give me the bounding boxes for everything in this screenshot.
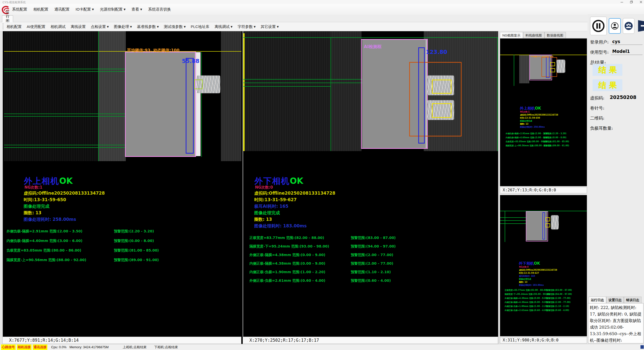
sidebar-tab[interactable]: 料线曲线图	[523, 32, 544, 39]
ng-thumbnail-lower[interactable]: 外下相机OK NG次数:0 虚拟码:Offline202502081331347…	[500, 195, 587, 336]
menu-bar: 系统配置相机配置通讯配置IO卡配置 ▾光源控制配置 ▾查看 ▾系统语言切换	[0, 4, 644, 15]
log-tab[interactable]: 运行日志	[589, 297, 606, 303]
menu-item[interactable]: 系统配置	[12, 7, 27, 12]
measurement-row: 外侧正极-负极=2.61mm 范围:(0.60 - 4.00) 预警范围:(0.…	[505, 309, 550, 313]
mini2-metal	[551, 215, 559, 229]
right-ai-box-label: AI检测框	[364, 44, 381, 50]
field-label: 卷针号:	[590, 105, 604, 111]
camera-info-line: 虚拟码:Offline20250208133134728	[24, 190, 105, 196]
measurement-warn: 预警范围:(83.00 - 87.00)	[351, 236, 396, 240]
camera-info-line: 图像处理耗时: 183.00ms	[254, 223, 335, 229]
toolbar-item[interactable]: 相机配置	[7, 24, 22, 29]
mini1-green-vline	[514, 55, 514, 86]
toolbar-item[interactable]: 基准线参数 ▾	[137, 24, 159, 29]
sidebar-tab[interactable]: 数据曲线图	[544, 32, 566, 39]
toolbar-item[interactable]: 离线调试 ▾	[214, 24, 233, 29]
measurement-warn: 预警范围:(81.00 - 85.00)	[114, 248, 159, 253]
toolbar-item[interactable]: 相机调试	[50, 24, 66, 29]
right-green-hline	[243, 86, 331, 87]
tab-run-image[interactable]: 运行图像	[2, 15, 13, 22]
user-button[interactable]	[609, 18, 621, 34]
mini1-ng-count: NG次数:1	[520, 111, 530, 113]
result-boxes: 结 果结 果	[588, 64, 644, 95]
measurement-warn: 预警范围:(94.00 - 97.00)	[351, 244, 396, 249]
menu-item[interactable]: 通讯配置	[54, 7, 70, 12]
exit-button[interactable]	[637, 18, 644, 34]
measurement-text: 正极宽度=83.77mm 范围:(82.00 - 88.00)	[505, 289, 547, 291]
measurement-warn: 预警范围:(0.00 - 8.00)	[543, 136, 566, 139]
measurement-text: 外侧正极-隔膜=4.38mm 范围:(0.00 - 9.00)	[505, 297, 548, 299]
log-tab[interactable]: 设置日志	[606, 297, 624, 303]
ng-thumbnail-upper[interactable]: 平均阈值:93, 动态阈值:100 外上相机OK NG次数:1 虚拟码:Offl…	[500, 38, 587, 186]
toolbar-grip-icon[interactable]	[3, 23, 4, 30]
toolbar-item[interactable]: AI使用配置	[27, 24, 45, 29]
right-measure-box-blue	[418, 47, 425, 144]
menu-item[interactable]: 相机配置	[33, 7, 48, 12]
mini2-camera-name: 外下相机	[519, 261, 534, 266]
menu-item[interactable]: 系统语言切换	[148, 7, 171, 12]
mini2-green-hline	[500, 217, 526, 218]
right-tab-box-yellow-2	[432, 103, 452, 118]
pause-icon	[592, 19, 605, 33]
mini1-info: 虚拟码:Offline20250208133134728时间:13-31-59-…	[520, 114, 558, 129]
measurement-warn: 预警范围:(2.00 - 77.00)	[351, 253, 393, 257]
status-bar: 心跳信号相机连接通讯连接 Cpu: 0.0% Memory: 3424.4179…	[0, 344, 644, 350]
measurement-warn: 预警范围:(2.20 - 3.20)	[543, 132, 566, 135]
left-green-hline	[4, 116, 126, 117]
measurement-text: 内侧负极-隔膜=4.60mm 范围:(3.00 - 6.00)	[506, 136, 549, 139]
measurement-text: 外侧正极-负极=2.61mm 范围:(0.60 - 4.00)	[505, 309, 548, 311]
field-value: 20250208	[610, 94, 636, 100]
toolbar-item[interactable]: 离线设置	[71, 24, 86, 29]
measurement-row: 外侧正极-隔膜=4.38mm 范围:(0.00 - 9.00) 预警范围:(2.…	[249, 253, 329, 261]
left-baseline-yellow	[4, 51, 241, 52]
measurement-row: 正极宽度=83.77mm 范围:(82.00 - 88.00) 预警范围:(83…	[249, 236, 329, 244]
camera-info-line: 虚拟码:Offline20250208133134728	[520, 114, 558, 117]
left-photo-band-gray	[99, 31, 126, 161]
log-tab[interactable]: 错误日志	[624, 297, 641, 303]
measurement-warn: 预警范围:(2.00 - 77.00)	[351, 261, 393, 266]
menu-item[interactable]: 查看 ▾	[132, 7, 142, 12]
menu-item[interactable]: 光源控制配置 ▾	[100, 7, 126, 12]
right-measurements: 正极宽度=83.77mm 范围:(82.00 - 88.00) 预警范围:(83…	[249, 236, 329, 287]
camera-info-line: 时间:13-31-59-650	[520, 117, 558, 120]
measurement-row: 内侧正极-负极=1.90mm 范围:(1.00 - 2.20) 预警范围:(1.…	[505, 305, 550, 309]
menu-item[interactable]: IO卡配置 ▾	[76, 7, 94, 12]
users-button[interactable]	[623, 18, 634, 34]
measurement-text: 外侧正极-隔膜=4.38mm 范围:(0.00 - 9.00)	[249, 253, 325, 257]
right-measure-value: 123.80	[426, 49, 447, 55]
view-tab-row	[0, 15, 588, 22]
right-camera-view[interactable]: AI检测框 123.80 外下相机OK NG次数:0 虚拟码:Offline20…	[243, 31, 498, 337]
mini2-title: 外下相机OK	[519, 261, 540, 266]
sidebar-tab[interactable]: NG截图显示	[500, 32, 523, 39]
log-area[interactable]: 耗时: 222, 缺陷检测耗时: 17, 缺陷分类耗时: 0, 缺陷提取分区耗时…	[588, 303, 643, 343]
thumb1-coordinate-bar: X:267;Y:13;R:0;G:0;B:0	[500, 187, 587, 193]
pause-button[interactable]	[590, 17, 607, 35]
measurement-warn: 预警范围:(83.00 - 87.00)	[546, 289, 572, 292]
minimize-icon[interactable]	[620, 1, 623, 4]
mini2-ng-count: NG次数:0	[519, 266, 529, 268]
measurement-warn: 预警范围:(0.00 - 8.00)	[114, 239, 154, 243]
right-photo-band-left	[243, 31, 331, 151]
mini1-camera-name: 外上相机	[520, 106, 535, 111]
login-user-value: cys	[612, 39, 620, 44]
measurement-row: 外侧负极-隔膜=2.91mm 范围:(2.00 - 3.50) 预警范围:(2.…	[7, 229, 86, 239]
camera-info-line: 图像处理完成	[520, 120, 558, 123]
toolbar-item[interactable]: 字符参数 ▾	[238, 24, 256, 29]
toolbar-item[interactable]: 图像处理 ▾	[114, 24, 132, 29]
left-detect-box-pink	[125, 52, 196, 157]
toolbar-item[interactable]: 测试项参数 ▾	[164, 24, 186, 29]
close-icon[interactable]	[639, 1, 642, 4]
right-green-topline	[243, 37, 498, 38]
camera-info-line: 虚拟码:Offline20250208133134728	[519, 269, 557, 272]
field-label: 二维码:	[590, 115, 604, 121]
measurement-row: 外侧正极-负极=2.61mm 范围:(0.60 - 4.00) 预警范围:(0.…	[249, 278, 329, 287]
toolbar-item[interactable]: 其它设置 ▾	[261, 24, 279, 29]
left-camera-view[interactable]: 平均阈值:93, 动态阈值:100 55.88 外上相机OK NG次数:1 虚拟…	[2, 31, 241, 337]
restore-icon[interactable]	[630, 1, 633, 4]
camera-info-line: 圈数: 13	[520, 123, 558, 126]
toolbar-item[interactable]: PLC地址库	[191, 24, 209, 29]
mini1-blue-box	[546, 56, 550, 78]
right-green-hline	[243, 79, 362, 80]
left-coordinate-bar: X:7677;Y:891;R:14;G:14;B:14	[2, 337, 241, 344]
toolbar-item[interactable]: 点检设置 ▾	[91, 24, 109, 29]
